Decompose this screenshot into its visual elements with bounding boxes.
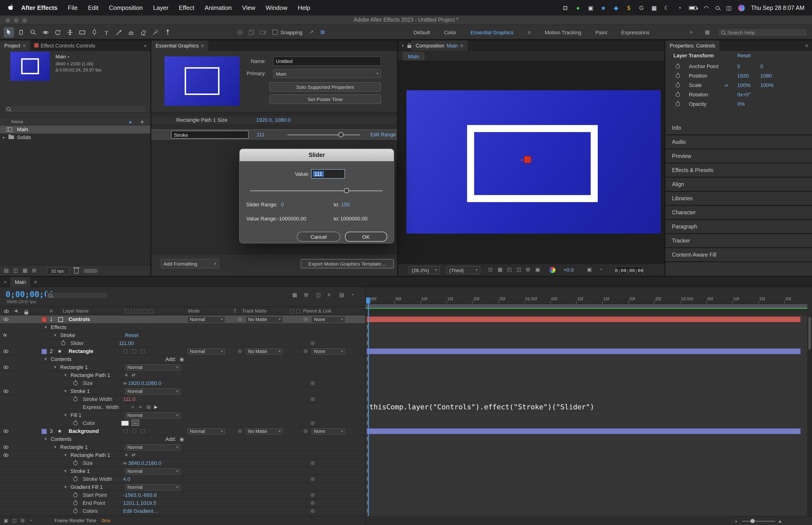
blend-mode-dropdown[interactable]: Normal▾ <box>187 428 225 435</box>
ok-button[interactable]: OK <box>345 232 387 242</box>
timeline-track-size[interactable]: I <box>366 379 807 387</box>
siri-icon[interactable] <box>738 4 745 11</box>
stopwatch-icon[interactable] <box>73 421 78 425</box>
visibility-toggle[interactable] <box>3 390 9 393</box>
reset-transform-link[interactable]: Reset <box>737 52 751 58</box>
menu-help[interactable]: Help <box>292 4 316 11</box>
show-snapshot-icon[interactable]: ◔ <box>599 267 602 272</box>
battery-icon[interactable] <box>689 6 697 10</box>
panel-tab-libraries[interactable]: Libraries <box>665 192 812 206</box>
control-center-icon[interactable]: ◫ <box>725 4 732 11</box>
panel-tab-paragraph[interactable]: Paragraph <box>665 220 812 234</box>
coin-app-icon[interactable]: $ <box>626 4 632 11</box>
sort-ascending-icon[interactable]: ▲ <box>128 119 133 124</box>
transform-value-2[interactable]: 1080 <box>760 73 772 78</box>
twirl-open-icon[interactable]: ▾ <box>64 412 66 417</box>
project-panel-icon[interactable]: ◫ <box>13 267 18 273</box>
type-tool-icon[interactable]: T <box>102 27 112 38</box>
twirl-open-icon[interactable]: ▾ <box>45 357 47 361</box>
parent-link-dropdown[interactable]: None▾ <box>311 348 346 355</box>
timeline-search-field[interactable] <box>46 292 108 299</box>
group-blend-dropdown[interactable]: Normal▾ <box>125 468 181 475</box>
property-row-size[interactable]: Size∞1920.0,1080.0◎ <box>0 379 365 387</box>
layer-duration-bar[interactable] <box>367 316 801 322</box>
transform-value-2[interactable]: 0 <box>760 63 763 69</box>
wifi-icon[interactable]: ◠ <box>703 4 709 11</box>
group-blend-dropdown[interactable]: Normal▾ <box>125 364 181 371</box>
stopwatch-icon[interactable] <box>73 477 78 481</box>
project-item-solids[interactable]: ▸Solids <box>0 134 150 141</box>
property-row-rectangle-path-1[interactable]: ▾Rectangle Path 1≡⇄ <box>0 451 365 459</box>
link-icon[interactable]: ∞ <box>123 380 127 386</box>
pick-whip-icon[interactable]: ◎ <box>311 500 315 505</box>
layer-switch[interactable] <box>140 429 145 433</box>
layer-color-chip[interactable] <box>41 348 47 354</box>
rotation-tool-icon[interactable] <box>52 27 63 38</box>
layer-row-background[interactable]: 3★BackgroundNormal▾◎No Matte▾◎None▾ <box>0 427 365 435</box>
project-item-main[interactable]: Main <box>0 125 150 134</box>
eg-property-row[interactable]: Rectangle Path 1 Size 1920.0, 1080.0 <box>151 116 397 124</box>
layer-row-controls[interactable]: 1ControlsNormal▾◎No Matte▾◎None▾ <box>0 315 365 324</box>
eg-rect-size-value[interactable]: 1920.0, 1080.0 <box>256 117 291 123</box>
channel-settings-icon[interactable]: ▦ <box>497 267 503 273</box>
pick-whip-icon[interactable]: ◎ <box>238 348 242 354</box>
layer-switch[interactable] <box>132 317 136 321</box>
panel-overflow-icon[interactable]: » <box>144 43 150 48</box>
project-flowchart-icon[interactable]: ▤ <box>4 267 9 273</box>
stopwatch-icon[interactable] <box>61 341 65 345</box>
panel-menu-icon[interactable]: ≡ <box>30 279 41 285</box>
property-row-slider[interactable]: Slider111.00◎ <box>0 339 365 347</box>
property-row-contents[interactable]: ▾ContentsAdd:◉ <box>0 435 365 443</box>
dropbox-icon[interactable]: ◆ <box>613 4 619 11</box>
rectangle-tool-icon[interactable] <box>77 27 88 38</box>
property-value[interactable]: 111.00 <box>119 340 134 346</box>
tab-effect-controls[interactable]: Effect Controls Controls <box>30 41 99 50</box>
twirl-open-icon[interactable]: ▾ <box>64 453 66 457</box>
property-value[interactable]: ∞1920.0,1080.0 <box>123 380 161 386</box>
eg-primary-dropdown[interactable]: Main▾ <box>273 69 381 78</box>
track-matte-dropdown[interactable]: No Matte▾ <box>246 428 283 435</box>
timeline-zoom-handle[interactable] <box>750 519 755 523</box>
brush-tool-icon[interactable] <box>114 27 124 38</box>
property-row-stroke-width[interactable]: Stroke Width111.0◎ <box>0 395 365 403</box>
snapping-checkbox[interactable] <box>273 30 278 35</box>
timeline-tab-main[interactable]: Main <box>11 276 30 287</box>
camera-settings-icon[interactable]: ▣ <box>535 267 540 273</box>
layer-switch[interactable] <box>124 429 128 433</box>
timeline-track-stroke-1[interactable]: I <box>366 467 807 475</box>
property-row-end-point[interactable]: End Point1201.1,1019.5◎ <box>0 499 365 507</box>
workspace-bar-icon[interactable]: ▦ <box>705 29 710 35</box>
color-swatch[interactable] <box>121 421 129 426</box>
add-button-icon[interactable]: ◉ <box>180 356 184 362</box>
timeline-track-rectangle-path-1[interactable]: I <box>366 371 807 379</box>
group-blend-dropdown[interactable]: Normal▾ <box>125 484 181 491</box>
stopwatch-icon[interactable] <box>676 93 680 97</box>
solo-supported-properties-button[interactable]: Solo Supported Properties <box>269 82 381 92</box>
property-row-stroke-1[interactable]: ▾Stroke 1Normal▾ <box>0 467 365 475</box>
mask-visibility-icon[interactable]: ⊞ <box>526 267 530 273</box>
parent-link-dropdown[interactable]: None▾ <box>311 316 346 322</box>
dark-mode-icon[interactable]: ☾ <box>663 4 670 11</box>
mode-column-header[interactable]: Mode <box>188 308 200 314</box>
twirl-open-icon[interactable]: ▾ <box>64 389 66 393</box>
view-axis-mode-icon[interactable] <box>258 27 268 38</box>
timeline-track-effects[interactable]: I <box>366 324 807 331</box>
green-app-icon[interactable]: ● <box>575 4 581 11</box>
panel-tab-audio[interactable]: Audio <box>665 135 812 149</box>
exposure-value[interactable]: +0.0 <box>563 267 573 273</box>
panel-tab-effects-presets[interactable]: Effects & Presets <box>665 164 812 178</box>
slider-max-value[interactable]: 150 <box>341 201 350 207</box>
color-depth-button[interactable]: 32 bpc <box>47 267 68 274</box>
transparency-grid-icon[interactable]: ◫ <box>517 267 521 273</box>
resolution-dropdown[interactable]: (Third)▾ <box>446 266 480 274</box>
zoom-in-mountain-icon[interactable]: ▲ <box>778 519 782 524</box>
apple-logo-icon[interactable] <box>7 4 14 11</box>
menu-effect[interactable]: Effect <box>174 4 199 11</box>
tab-composition[interactable]: Composition Main ≡ <box>411 41 468 50</box>
selection-tool-icon[interactable] <box>4 27 14 38</box>
roto-brush-tool-icon[interactable] <box>150 27 161 38</box>
property-value[interactable]: 1201.1,1019.5 <box>123 500 156 506</box>
path-direction-icon[interactable]: ≡ <box>125 452 127 457</box>
property-row-contents[interactable]: ▾ContentsAdd:◉ <box>0 355 365 363</box>
twirl-open-icon[interactable]: ▾ <box>54 445 56 449</box>
